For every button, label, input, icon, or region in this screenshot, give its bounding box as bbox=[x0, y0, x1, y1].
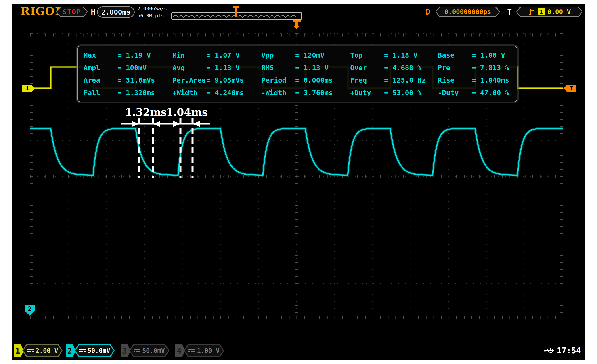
measurement-pre: Pre= 7.813 % bbox=[438, 64, 515, 72]
measurement-duty: -Duty= 47.00 % bbox=[438, 89, 515, 97]
measurement-panel: Max= 1.19 VMin= 1.07 VVpp= 120mVTop= 1.1… bbox=[77, 46, 518, 102]
trigger-position-bar bbox=[293, 20, 301, 22]
delay-label: D bbox=[425, 7, 430, 16]
ch2-ground-marker[interactable]: 2 bbox=[24, 305, 35, 316]
measurement-fall: Fall= 1.320ms bbox=[84, 89, 173, 97]
measurement-duty: +Duty= 53.00 % bbox=[350, 89, 438, 97]
measurement-rms: RMS= 1.13 V bbox=[261, 64, 350, 72]
channel2-scale-pill: 50.0mV bbox=[74, 344, 115, 357]
rising-edge-icon bbox=[528, 8, 535, 16]
measurement-ampl: Ampl= 100mV bbox=[84, 64, 173, 72]
dc-coupling-icon bbox=[134, 349, 140, 352]
trigger-settings[interactable]: 1 0.00 V bbox=[516, 7, 583, 17]
channel4-control[interactable]: 4 1.00 V bbox=[175, 344, 224, 357]
oscilloscope-screen: RIGOL STOP H 2.000ms 2.000GSa/s 56.0M pt… bbox=[12, 4, 585, 360]
ch1-ground-marker[interactable]: 1 bbox=[22, 85, 35, 92]
delay-value: 0.00000000ps bbox=[435, 7, 500, 17]
trigger-position-arrow bbox=[294, 26, 299, 30]
usb-icon bbox=[544, 347, 554, 354]
timebase-control[interactable]: 2.000ms bbox=[97, 7, 135, 18]
measurement-max: Max= 1.19 V bbox=[84, 51, 173, 59]
measurement-rise: Rise= 1.040ms bbox=[438, 76, 515, 84]
acquisition-info: 2.000GSa/s 56.0M pts bbox=[137, 6, 173, 19]
memory-trigger-marker-bar bbox=[233, 6, 239, 8]
measurement-width: +Width= 4.240ms bbox=[173, 89, 261, 97]
measurement-over: Over= 4.688 % bbox=[350, 64, 438, 72]
measurement-area: Area= 31.8mVs bbox=[84, 76, 173, 84]
measurement-period: Period= 8.000ms bbox=[261, 76, 350, 84]
dc-coupling-icon bbox=[79, 349, 86, 352]
channel3-scale-pill: 50.0mV bbox=[129, 344, 169, 357]
trigger-level-marker[interactable]: T bbox=[564, 85, 576, 92]
measurement-perarea: Per.Area= 9.05mVs bbox=[173, 76, 261, 84]
channel3-scale: 50.0mV bbox=[142, 347, 165, 354]
run-state-text: STOP bbox=[56, 7, 88, 17]
channel1-scale: 2.00 V bbox=[36, 347, 58, 354]
channel4-scale: 1.00 V bbox=[197, 347, 220, 354]
delay-readout[interactable]: 0.00000000ps bbox=[435, 7, 500, 17]
dc-coupling-icon bbox=[188, 349, 195, 352]
channel2-control[interactable]: 2 50.0mV bbox=[66, 344, 115, 357]
trigger-position-marker[interactable] bbox=[292, 20, 301, 30]
measurement-base: Base= 1.08 V bbox=[438, 51, 515, 59]
measurement-top: Top= 1.18 V bbox=[350, 51, 438, 59]
trigger-label: T bbox=[507, 8, 512, 16]
clock: 17:54 bbox=[557, 346, 581, 355]
rise-time-annotation: 1.04ms bbox=[162, 106, 212, 118]
page: { "colors": { "ch1_yellow": "#e6e600", "… bbox=[0, 0, 597, 364]
measurement-avg: Avg= 1.13 V bbox=[173, 64, 261, 72]
dc-coupling-icon bbox=[27, 349, 33, 352]
channel4-scale-pill: 1.00 V bbox=[184, 344, 224, 357]
measurement-vpp: Vpp= 120mV bbox=[261, 51, 350, 59]
measurement-width: -Width= 3.760ms bbox=[261, 89, 350, 97]
channel3-control[interactable]: 3 50.0mV bbox=[121, 344, 169, 357]
horizontal-label: H bbox=[91, 8, 95, 16]
status-area: 17:54 bbox=[544, 346, 581, 355]
trigger-position-stem bbox=[296, 22, 298, 26]
run-state-badge[interactable]: STOP bbox=[56, 7, 88, 17]
memory-depth: 56.0M pts bbox=[137, 13, 173, 19]
measurement-min: Min= 1.07 V bbox=[173, 51, 261, 59]
channel1-control[interactable]: 1 2.00 V bbox=[14, 344, 63, 357]
memory-trigger-marker bbox=[233, 6, 239, 17]
channel2-scale: 50.0mV bbox=[87, 347, 110, 354]
memory-trigger-marker-stem bbox=[235, 8, 236, 17]
measurement-freq: Freq= 125.0 Hz bbox=[350, 76, 438, 84]
channel1-scale-pill: 2.00 V bbox=[22, 344, 63, 357]
sample-rate: 2.000GSa/s bbox=[137, 6, 173, 13]
trigger-level-value: 0.00 V bbox=[547, 8, 571, 16]
trigger-source-badge: 1 bbox=[538, 8, 545, 15]
measurement-grid: Max= 1.19 VMin= 1.07 VVpp= 120mVTop= 1.1… bbox=[84, 49, 515, 99]
timebase-value: 2.000ms bbox=[102, 8, 131, 16]
